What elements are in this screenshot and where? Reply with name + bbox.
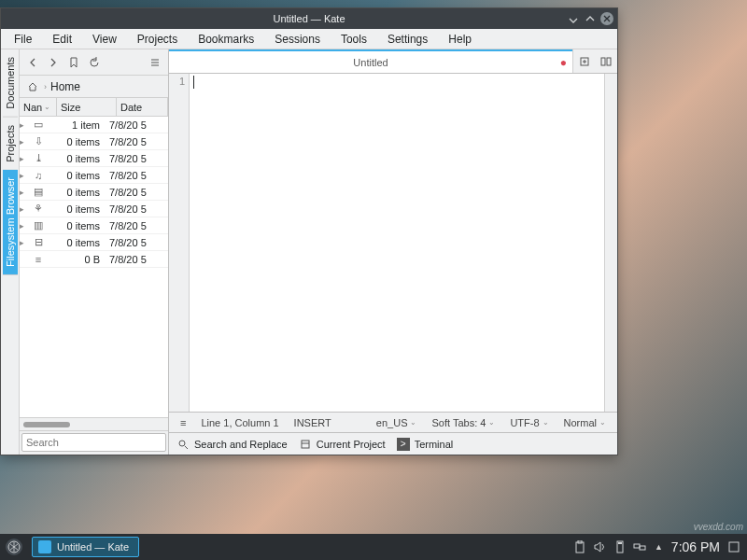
- row-date: 7/8/20 5: [104, 170, 168, 181]
- project-icon: [299, 438, 312, 451]
- status-highlight[interactable]: Normal⌄: [560, 417, 610, 428]
- table-row[interactable]: ▸⤓0 items7/8/20 5: [20, 150, 168, 167]
- file-icon: ≡: [29, 254, 48, 265]
- sidebar-hscroll[interactable]: [20, 417, 168, 430]
- table-row[interactable]: ▸▤0 items7/8/20 5: [20, 184, 168, 201]
- editor-pane: Untitled ● 1: [169, 49, 617, 455]
- menu-file[interactable]: File: [5, 31, 41, 48]
- desktop-panel: Untitled — Kate ▲ 7:06 PM: [0, 534, 747, 560]
- folder-templates-icon: ▥: [29, 219, 48, 231]
- titlebar[interactable]: Untitled — Kate: [1, 8, 617, 29]
- row-size: 0 items: [48, 237, 104, 248]
- reload-icon[interactable]: [87, 55, 102, 70]
- table-row[interactable]: ▸♫0 items7/8/20 5: [20, 167, 168, 184]
- status-position[interactable]: Line 1, Column 1: [197, 417, 282, 428]
- menu-view[interactable]: View: [83, 31, 126, 48]
- row-size: 0 B: [48, 254, 104, 265]
- folder-music-icon: ♫: [29, 170, 48, 181]
- rail-projects[interactable]: Projects: [3, 118, 18, 171]
- svg-rect-1: [601, 58, 605, 65]
- col-name[interactable]: Nan⌄: [20, 98, 57, 116]
- minimize-button[interactable]: [567, 12, 580, 25]
- folder-videos-icon: ⊟: [29, 236, 48, 248]
- document-tab[interactable]: Untitled ●: [169, 49, 572, 73]
- svg-rect-10: [634, 544, 640, 548]
- table-row[interactable]: ▸▭1 item7/8/20 5: [20, 117, 168, 133]
- status-tabs[interactable]: Soft Tabs: 4⌄: [428, 417, 499, 428]
- breadcrumb-home[interactable]: Home: [50, 80, 80, 93]
- nav-back-icon[interactable]: [25, 55, 40, 70]
- network-tray-icon[interactable]: [633, 541, 646, 553]
- table-row[interactable]: ▸⚘0 items7/8/20 5: [20, 201, 168, 217]
- rail-documents[interactable]: Documents: [3, 49, 18, 118]
- svg-rect-2: [607, 58, 611, 65]
- file-table-header: Nan⌄ Size Date: [20, 98, 168, 117]
- close-button[interactable]: [600, 12, 613, 25]
- bottom-project[interactable]: Current Project: [299, 438, 386, 451]
- svg-point-3: [179, 441, 185, 446]
- bookmark-icon[interactable]: [66, 55, 81, 70]
- app-launcher[interactable]: [0, 534, 28, 560]
- row-date: 7/8/20 5: [104, 237, 168, 248]
- svg-rect-12: [729, 542, 739, 552]
- expand-icon: ▸: [20, 120, 29, 130]
- status-locale[interactable]: en_US⌄: [373, 417, 421, 428]
- split-view-icon[interactable]: [599, 54, 613, 69]
- clipboard-tray-icon[interactable]: [574, 540, 585, 553]
- tab-close-icon[interactable]: ●: [560, 56, 567, 69]
- table-row[interactable]: ≡0 B7/8/20 5: [20, 251, 168, 268]
- maximize-button[interactable]: [584, 12, 597, 25]
- table-row[interactable]: ▸⊟0 items7/8/20 5: [20, 234, 168, 251]
- col-date[interactable]: Date: [117, 98, 168, 116]
- col-size[interactable]: Size: [57, 98, 117, 116]
- status-encoding[interactable]: UTF-8⌄: [506, 417, 552, 428]
- bottom-search[interactable]: Search and Replace: [176, 438, 288, 451]
- siderail: Documents Projects Filesystem Browser: [1, 49, 20, 455]
- table-row[interactable]: ▸▥0 items7/8/20 5: [20, 217, 168, 234]
- row-size: 0 items: [48, 203, 104, 215]
- text-area[interactable]: [190, 74, 604, 412]
- row-date: 7/8/20 5: [104, 220, 168, 231]
- menu-bookmarks[interactable]: Bookmarks: [189, 31, 263, 48]
- kde-logo-icon: [6, 539, 22, 555]
- expand-icon: ▸: [20, 171, 29, 180]
- menu-edit[interactable]: Edit: [43, 31, 81, 48]
- new-tab-icon[interactable]: [577, 54, 592, 69]
- device-tray-icon[interactable]: [615, 540, 625, 553]
- status-mode[interactable]: INSERT: [290, 417, 335, 428]
- menubar: File Edit View Projects Bookmarks Sessio…: [1, 29, 617, 49]
- expand-icon: ▸: [20, 204, 29, 214]
- home-icon[interactable]: [25, 79, 40, 94]
- row-size: 0 items: [48, 170, 104, 181]
- panel-clock[interactable]: 7:06 PM: [671, 539, 720, 554]
- sidebar-toolbar: [20, 49, 168, 76]
- menu-tools[interactable]: Tools: [331, 31, 376, 48]
- text-cursor: [193, 76, 194, 89]
- menu-sessions[interactable]: Sessions: [265, 31, 330, 48]
- tabbar: Untitled ●: [169, 49, 617, 74]
- breadcrumb-sep: ›: [44, 82, 47, 91]
- menu-projects[interactable]: Projects: [128, 31, 187, 48]
- row-date: 7/8/20 5: [104, 203, 168, 215]
- options-icon[interactable]: [148, 55, 162, 70]
- search-icon: [176, 438, 190, 451]
- status-menu-icon[interactable]: ≡: [176, 417, 190, 428]
- expand-icon: ▸: [20, 188, 29, 197]
- task-label: Untitled — Kate: [57, 541, 129, 553]
- terminal-icon: >: [397, 438, 410, 451]
- nav-forward-icon[interactable]: [46, 55, 61, 70]
- taskbar-item-kate[interactable]: Untitled — Kate: [32, 537, 139, 557]
- show-desktop-icon[interactable]: [728, 541, 740, 553]
- search-input[interactable]: [21, 433, 166, 452]
- row-size: 0 items: [48, 187, 104, 198]
- bottom-terminal[interactable]: > Terminal: [397, 438, 454, 451]
- volume-tray-icon[interactable]: [594, 541, 607, 553]
- menu-settings[interactable]: Settings: [378, 31, 437, 48]
- row-date: 7/8/20 5: [104, 136, 168, 147]
- menu-help[interactable]: Help: [439, 31, 481, 48]
- tray-expand-icon[interactable]: ▲: [655, 542, 663, 552]
- table-row[interactable]: ▸⇩0 items7/8/20 5: [20, 133, 168, 150]
- folder-download2-icon: ⤓: [29, 152, 48, 164]
- rail-filesystem[interactable]: Filesystem Browser: [3, 170, 18, 275]
- editor-vscroll[interactable]: [604, 74, 617, 412]
